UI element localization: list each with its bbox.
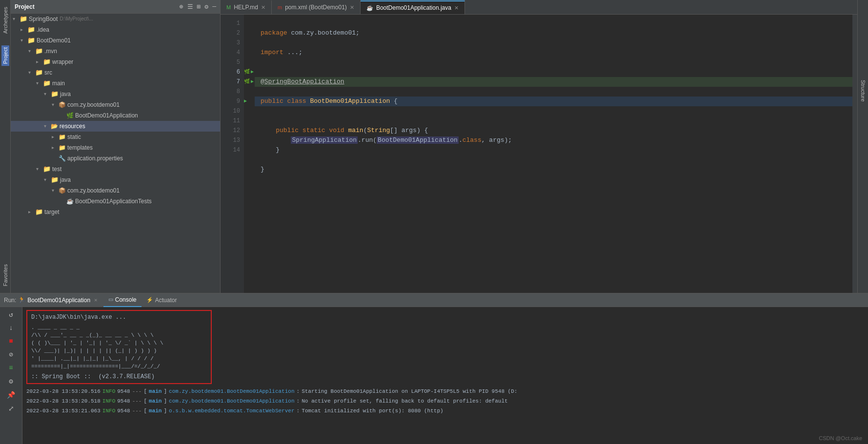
gutter-2 xyxy=(244,28,255,38)
package-icon: 📦 xyxy=(59,99,66,110)
expand-icon[interactable]: ⤢ xyxy=(7,403,16,414)
tree-item-java[interactable]: ▾ 📁 java xyxy=(11,89,220,99)
log-time-2: 2022-03-28 13:53:20.518 xyxy=(26,397,101,405)
code-line-9: public static void main(String[] args) { xyxy=(261,127,428,134)
scroll-down-icon[interactable]: ↓ xyxy=(7,323,14,333)
tree-item-bootdemo01[interactable]: ▾ 📁 BootDemo01 xyxy=(11,35,220,46)
tree-item-testjava[interactable]: ▾ 📁 java xyxy=(11,174,220,185)
tree-label-src: src xyxy=(44,67,52,78)
console-output[interactable]: D:\javaJDK\bin\java.exe ... . ____ _ __ … xyxy=(22,307,868,444)
log-time-3: 2022-03-28 13:53:21.063 xyxy=(26,406,101,415)
actuator-icon: ⚡ xyxy=(146,297,153,303)
archetypes-tab[interactable]: Archetypes xyxy=(1,5,9,36)
tree-item-main[interactable]: ▾ 📁 main xyxy=(11,78,220,89)
tree-item-test[interactable]: ▾ 📁 test xyxy=(11,164,220,174)
restart-icon[interactable]: ↺ xyxy=(7,309,14,320)
tree-item-pkg[interactable]: ▾ 📦 com.zy.bootdemo01 xyxy=(11,99,220,110)
log-msg-2: No active profile set, falling back to d… xyxy=(302,397,507,405)
run-close[interactable]: ✕ xyxy=(94,297,98,303)
run-gutter3-icon[interactable]: ▶ xyxy=(244,97,247,106)
line-num-14: 14 xyxy=(221,145,244,155)
code-line-3: import ...; xyxy=(261,49,303,56)
tree-item-static[interactable]: ▸ 📁 static xyxy=(11,132,220,142)
tree-label-java: java xyxy=(60,89,71,99)
help-file-icon: M xyxy=(226,4,231,10)
gutter-4 xyxy=(244,48,255,58)
run-tabs: ▭ Console ⚡ Actuator xyxy=(103,293,182,307)
spring-gutter-icon[interactable]: 🌿 xyxy=(244,67,250,77)
project-header-title: Project xyxy=(15,3,35,10)
arrow-main: ▾ xyxy=(36,78,43,89)
tree-label-pkg: com.zy.bootdemo01 xyxy=(67,99,120,110)
code-line-7: public class BootDemo01Application { xyxy=(255,97,852,106)
filter-icon[interactable]: ≡ xyxy=(7,363,14,373)
test-class-icon: ☕ xyxy=(66,196,74,207)
tree-item-idea[interactable]: ▸ 📁 .idea xyxy=(11,24,220,35)
tree-item-resources[interactable]: ▾ 📂 resources xyxy=(11,121,220,132)
tree-item-appprops[interactable]: 🔧 application.properties xyxy=(11,153,220,164)
editor-scrollbar[interactable] xyxy=(852,15,857,293)
project-header-icon-2[interactable]: ☰ xyxy=(187,3,193,11)
arrow-static: ▸ xyxy=(52,132,59,142)
line-num-6: 6 xyxy=(221,67,244,77)
tab-help-label: HELP.md xyxy=(234,4,258,11)
tree-item-templates[interactable]: ▸ 📁 templates xyxy=(11,142,220,153)
settings-icon[interactable]: ⚙ xyxy=(7,376,14,387)
folder-icon-target: 📁 xyxy=(35,207,43,217)
project-header-icon-1[interactable]: ⊕ xyxy=(180,3,183,11)
log-class-1: com.zy.bootdemo01.BootDemo01Application xyxy=(169,387,294,396)
tab-help[interactable]: M HELP.md ✕ xyxy=(221,0,272,14)
project-header-icon-4[interactable]: ⚙ xyxy=(204,3,208,11)
banner-line-5: ' |____| .__|_| |_|_| |_\__, | / / / / xyxy=(31,355,207,363)
run-gutter2-icon[interactable]: ▶ xyxy=(251,77,254,87)
gutter-3 xyxy=(244,38,255,48)
tab-main-close[interactable]: ✕ xyxy=(454,5,459,11)
console-tab[interactable]: ▭ Console xyxy=(103,293,141,307)
tab-main-label: BootDemo01Application.java xyxy=(376,4,451,11)
tree-item-target[interactable]: ▸ 📁 target xyxy=(11,207,220,217)
actuator-tab[interactable]: ⚡ Actuator xyxy=(141,293,182,307)
project-tab[interactable]: Project xyxy=(1,45,9,66)
tree-item-mvn[interactable]: ▾ 📁 .mvn xyxy=(11,46,220,57)
structure-tab[interactable]: Structure xyxy=(859,78,867,104)
folder-icon-idea: 📁 xyxy=(27,24,35,35)
tree-item-appclass[interactable]: 🌿 BootDemo01Application xyxy=(11,110,220,121)
tab-pom-close[interactable]: ✕ xyxy=(350,4,354,11)
project-header-icon-5[interactable]: — xyxy=(212,3,216,11)
log-colon-2: : xyxy=(297,397,300,405)
project-header: Project ⊕ ☰ ⊞ ⚙ — xyxy=(11,0,220,14)
tree-item-springboot[interactable]: ▾ 📁 SpringBoot D:\MyProject\... xyxy=(11,14,220,24)
tab-pom[interactable]: m pom.xml (BootDemo01) ✕ xyxy=(272,0,361,14)
spring-gutter2-icon[interactable]: 🌿 xyxy=(244,77,250,87)
tree-label-templates: templates xyxy=(67,142,93,153)
log-bracket2-1: ] xyxy=(163,387,167,396)
log-sep-1: --- xyxy=(132,387,142,396)
line-num-13: 13 xyxy=(221,135,244,145)
favorites-tab[interactable]: Favorites xyxy=(1,262,9,288)
tree-item-testclass[interactable]: ☕ BootDemo01ApplicationTests xyxy=(11,196,220,207)
project-header-icon-3[interactable]: ⊞ xyxy=(197,3,201,11)
clear-icon[interactable]: ⊘ xyxy=(7,349,14,360)
tree-label-wrapper: wrapper xyxy=(52,57,73,67)
tab-bar: M HELP.md ✕ m pom.xml (BootDemo01) ✕ ☕ B… xyxy=(221,0,857,15)
resources-icon: 📂 xyxy=(51,121,58,132)
code-content[interactable]: package com.zy.bootdemo01; import ...; @… xyxy=(255,15,852,293)
tree-item-testpkg[interactable]: ▾ 📦 com.zy.bootdemo01 xyxy=(11,185,220,196)
tree-label-static: static xyxy=(67,132,81,142)
tree-label-bootdemo01: BootDemo01 xyxy=(37,35,71,46)
line-num-3: 3 xyxy=(221,38,244,48)
banner-line-1: . ____ _ __ _ _ xyxy=(31,324,207,331)
tree-label-springboot: SpringBoot xyxy=(29,14,58,24)
code-editor[interactable]: 1 2 3 4 5 6 7 8 9 10 11 12 13 14 xyxy=(221,15,857,293)
stop-icon[interactable]: ■ xyxy=(7,336,14,347)
tab-main[interactable]: ☕ BootDemo01Application.java ✕ xyxy=(361,0,465,14)
pin-icon[interactable]: 📌 xyxy=(5,389,17,401)
banner-line-2: /\\ / ___'_ __ _ _(_)_ __ __ _ \ \ \ \ xyxy=(31,331,207,339)
run-gutter-icon[interactable]: ▶ xyxy=(251,67,254,77)
tab-help-close[interactable]: ✕ xyxy=(261,4,265,11)
arrow-resources: ▾ xyxy=(44,121,51,132)
editor-area: M HELP.md ✕ m pom.xml (BootDemo01) ✕ ☕ B… xyxy=(221,0,857,293)
tree-item-src[interactable]: ▾ 📁 src xyxy=(11,67,220,78)
tree-item-wrapper[interactable]: ▸ 📁 wrapper xyxy=(11,57,220,67)
arrow-mvn: ▾ xyxy=(28,46,35,57)
